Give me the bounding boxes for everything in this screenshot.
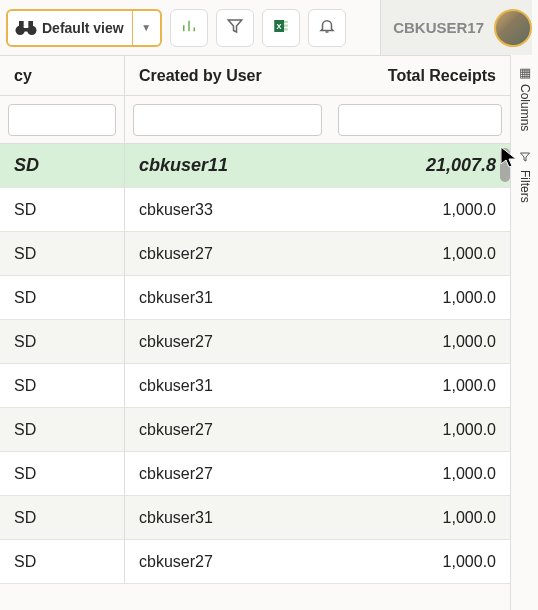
svg-point-1: [27, 25, 36, 34]
cell-currency: SD: [0, 408, 125, 452]
cell-user: cbkuser27: [125, 540, 330, 584]
svg-point-0: [16, 25, 25, 34]
table-row[interactable]: SD cbkuser31 1,000.0: [0, 496, 510, 540]
bar-chart-icon: [180, 17, 198, 39]
svg-text:X: X: [276, 22, 281, 31]
cell-user: cbkuser27: [125, 320, 330, 364]
column-header-receipts[interactable]: Total Receipts: [330, 56, 510, 96]
cell-receipts: 1,000.0: [330, 188, 510, 232]
table-row[interactable]: SD cbkuser27 1,000.0: [0, 320, 510, 364]
cell-receipts: 1,000.0: [330, 408, 510, 452]
sidebar-columns-label: Columns: [518, 84, 532, 131]
excel-icon: X: [272, 17, 290, 39]
cell-receipts: 1,000.0: [330, 540, 510, 584]
cell-user: cbkuser31: [125, 276, 330, 320]
binoculars-icon: [12, 14, 40, 42]
svg-marker-8: [228, 20, 242, 32]
chevron-down-icon[interactable]: ▼: [132, 10, 160, 46]
data-grid: cy Created by User Total Receipts SD cbk…: [0, 56, 510, 584]
avatar[interactable]: [494, 9, 532, 47]
grid-filter-row: [0, 96, 510, 144]
svg-rect-11: [284, 20, 288, 22]
cell-currency: SD: [0, 320, 125, 364]
cell-receipts: 1,000.0: [330, 364, 510, 408]
grid-header-row: cy Created by User Total Receipts: [0, 56, 510, 96]
svg-rect-3: [19, 21, 24, 27]
cell-user: cbkuser27: [125, 452, 330, 496]
table-row[interactable]: SD cbkuser27 1,000.0: [0, 232, 510, 276]
cell-user: cbkuser33: [125, 188, 330, 232]
cell-user: cbkuser31: [125, 496, 330, 540]
bell-icon: [318, 17, 336, 39]
scrollbar-handle[interactable]: [500, 148, 510, 182]
app-root: Default view ▼ X CBKUSER17: [0, 0, 538, 610]
cell-user: cbkuser11: [125, 144, 330, 188]
cell-user: cbkuser27: [125, 232, 330, 276]
svg-marker-15: [520, 153, 529, 161]
svg-rect-2: [24, 28, 29, 32]
funnel-icon: [226, 17, 244, 39]
table-row[interactable]: SD cbkuser31 1,000.0: [0, 276, 510, 320]
notifications-button[interactable]: [308, 9, 346, 47]
grid-wrap: cy Created by User Total Receipts SD cbk…: [0, 55, 510, 610]
svg-rect-13: [284, 28, 288, 30]
toolbar: Default view ▼ X CBKUSER17: [0, 0, 538, 55]
sidebar-panel: ▦ Columns Filters: [510, 55, 538, 610]
sidebar-columns-tab[interactable]: ▦ Columns: [511, 55, 538, 141]
svg-rect-12: [284, 24, 288, 26]
user-name-label: CBKUSER17: [393, 19, 484, 36]
cell-receipts: 1,000.0: [330, 452, 510, 496]
filter-input-user[interactable]: [133, 104, 322, 136]
svg-rect-4: [28, 21, 33, 27]
filter-button[interactable]: [216, 9, 254, 47]
table-row[interactable]: SD cbkuser27 1,000.0: [0, 452, 510, 496]
view-selector-label: Default view: [40, 20, 132, 36]
cell-receipts: 1,000.0: [330, 276, 510, 320]
table-row[interactable]: SD cbkuser27 1,000.0: [0, 408, 510, 452]
cell-currency: SD: [0, 452, 125, 496]
cell-user: cbkuser27: [125, 408, 330, 452]
filter-input-receipts[interactable]: [338, 104, 502, 136]
sidebar-filters-tab[interactable]: Filters: [511, 141, 538, 213]
cell-currency: SD: [0, 188, 125, 232]
table-row[interactable]: SD cbkuser31 1,000.0: [0, 364, 510, 408]
grid-total-row[interactable]: SD cbkuser11 21,007.8: [0, 144, 510, 188]
cell-currency: SD: [0, 144, 125, 188]
cell-user: cbkuser31: [125, 364, 330, 408]
view-selector-button[interactable]: Default view ▼: [6, 9, 162, 47]
export-excel-button[interactable]: X: [262, 9, 300, 47]
filter-icon: [519, 151, 531, 166]
filter-input-currency[interactable]: [8, 104, 116, 136]
sidebar-filters-label: Filters: [518, 170, 532, 203]
cell-receipts: 1,000.0: [330, 320, 510, 364]
cell-receipts: 21,007.8: [330, 144, 510, 188]
cell-currency: SD: [0, 276, 125, 320]
table-row[interactable]: SD cbkuser27 1,000.0: [0, 540, 510, 584]
column-header-user[interactable]: Created by User: [125, 56, 330, 96]
cell-receipts: 1,000.0: [330, 232, 510, 276]
columns-icon: ▦: [519, 65, 531, 80]
cell-receipts: 1,000.0: [330, 496, 510, 540]
cell-currency: SD: [0, 232, 125, 276]
cell-currency: SD: [0, 540, 125, 584]
cell-currency: SD: [0, 496, 125, 540]
user-segment[interactable]: CBKUSER17: [380, 0, 532, 55]
chart-button[interactable]: [170, 9, 208, 47]
cell-currency: SD: [0, 364, 125, 408]
table-row[interactable]: SD cbkuser33 1,000.0: [0, 188, 510, 232]
column-header-currency[interactable]: cy: [0, 56, 125, 96]
